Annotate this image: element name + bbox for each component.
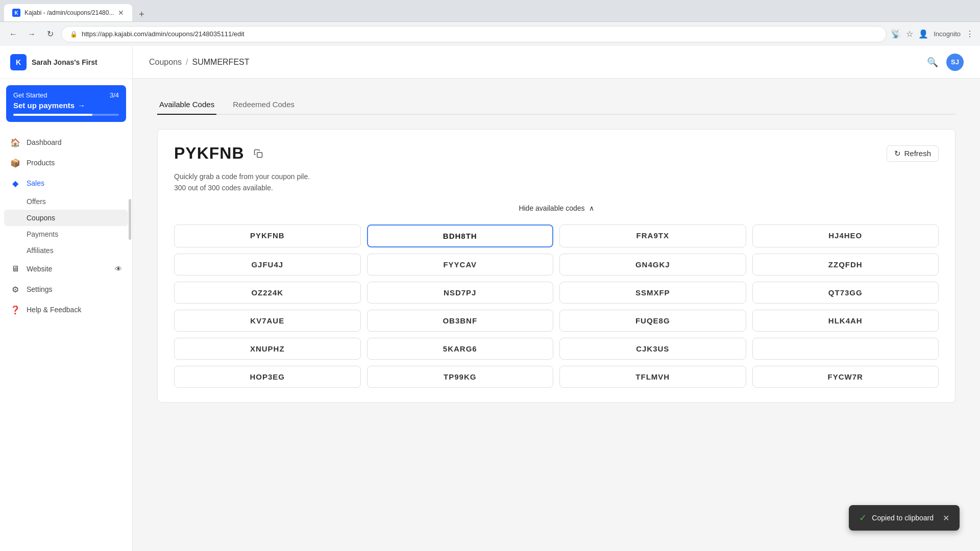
code-panel: PYKFNB ↻ Refresh Quickly xyxy=(157,129,955,403)
sidebar-item-dashboard-label: Dashboard xyxy=(27,138,62,146)
code-chip-hop3eg[interactable]: HOP3EG xyxy=(174,366,361,388)
description-line2: 300 out of 300 codes available. xyxy=(174,182,939,193)
svg-rect-0 xyxy=(257,152,262,157)
browser-tabs: K Kajabi - /admin/coupons/21480... ✕ + xyxy=(0,0,980,21)
code-chip-gjfu4j[interactable]: GJFU4J xyxy=(174,254,361,276)
profile-icon[interactable]: 👤 xyxy=(918,29,928,39)
tabs: Available Codes Redeemed Codes xyxy=(157,95,955,115)
sidebar-item-payments[interactable]: Payments xyxy=(0,226,132,242)
copy-icon xyxy=(254,149,263,158)
topbar: Coupons / SUMMERFEST 🔍 SJ xyxy=(133,46,980,79)
sidebar-item-products[interactable]: 📦 Products xyxy=(0,153,132,173)
tab-close-button[interactable]: ✕ xyxy=(118,9,124,17)
code-chip-fyycav[interactable]: FYYCAV xyxy=(367,254,554,276)
progress-bar xyxy=(13,114,119,116)
code-chip-ob3bnf[interactable]: OB3BNF xyxy=(367,310,554,332)
payments-label: Payments xyxy=(27,230,58,238)
products-icon: 📦 xyxy=(10,158,20,168)
back-button[interactable]: ← xyxy=(6,27,20,41)
home-icon: 🏠 xyxy=(10,137,20,147)
lock-icon: 🔒 xyxy=(70,31,78,38)
code-chip-empty xyxy=(752,338,939,360)
tab-redeemed-codes[interactable]: Redeemed Codes xyxy=(231,95,297,115)
code-chip-nsd7pj[interactable]: NSD7PJ xyxy=(367,282,554,304)
code-chip-qt73gg[interactable]: QT73GG xyxy=(752,282,939,304)
website-visibility-icon: 👁 xyxy=(115,265,122,273)
refresh-button[interactable]: ↻ Refresh xyxy=(887,145,939,162)
browser-tab-active[interactable]: K Kajabi - /admin/coupons/21480... ✕ xyxy=(4,4,132,21)
incognito-label: Incognito xyxy=(934,30,961,38)
new-tab-button[interactable]: + xyxy=(134,7,149,21)
chevron-up-icon: ∧ xyxy=(589,204,594,212)
breadcrumb-separator: / xyxy=(186,58,188,67)
sidebar-item-affiliates[interactable]: Affiliates xyxy=(0,242,132,259)
sidebar-item-sales[interactable]: ◆ Sales xyxy=(0,173,132,193)
code-chip-5karg6[interactable]: 5KARG6 xyxy=(367,338,554,360)
help-icon: ❓ xyxy=(10,305,20,315)
sidebar-header: K Sarah Jonas's First xyxy=(0,46,132,79)
toast-check-icon: ✓ xyxy=(859,512,867,523)
codes-grid: PYKFNB BDH8TH FRA9TX HJ4HEO GJFU4J FYYCA… xyxy=(174,224,939,388)
code-chip-fuqe8g[interactable]: FUQE8G xyxy=(559,310,746,332)
code-chip-kv7aue[interactable]: KV7AUE xyxy=(174,310,361,332)
code-chip-fra9tx[interactable]: FRA9TX xyxy=(559,224,746,247)
bookmark-icon[interactable]: ☆ xyxy=(906,29,913,39)
code-chip-xnuphz[interactable]: XNUPHZ xyxy=(174,338,361,360)
copy-code-button[interactable] xyxy=(251,146,266,161)
code-chip-ssmxfp[interactable]: SSMXFP xyxy=(559,282,746,304)
app-layout: K Sarah Jonas's First Get Started 3/4 Se… xyxy=(0,46,980,551)
sidebar-item-sales-label: Sales xyxy=(27,179,44,187)
progress-fill xyxy=(13,114,92,116)
get-started-banner[interactable]: Get Started 3/4 Set up payments → xyxy=(6,85,126,122)
hide-codes-toggle[interactable]: Hide available codes ∧ xyxy=(174,204,939,212)
reload-button[interactable]: ↻ xyxy=(43,27,57,41)
sidebar: K Sarah Jonas's First Get Started 3/4 Se… xyxy=(0,46,133,551)
code-chip-hlk4ah[interactable]: HLK4AH xyxy=(752,310,939,332)
code-chip-tp99kg[interactable]: TP99KG xyxy=(367,366,554,388)
forward-button[interactable]: → xyxy=(24,27,39,41)
tab-title: Kajabi - /admin/coupons/21480... xyxy=(24,9,114,16)
search-button[interactable]: 🔍 xyxy=(927,57,938,68)
tab-available-codes[interactable]: Available Codes xyxy=(157,95,216,115)
sidebar-nav: 🏠 Dashboard 📦 Products ◆ Sales Offers Co… xyxy=(0,128,132,541)
code-header: PYKFNB ↻ Refresh xyxy=(174,144,939,163)
sidebar-item-help[interactable]: ❓ Help & Feedback xyxy=(0,299,132,320)
sidebar-item-dashboard[interactable]: 🏠 Dashboard xyxy=(0,132,132,153)
coupons-label: Coupons xyxy=(27,214,55,222)
code-chip-gn4gkj[interactable]: GN4GKJ xyxy=(559,254,746,276)
code-chip-oz224k[interactable]: OZ224K xyxy=(174,282,361,304)
refresh-icon: ↻ xyxy=(894,149,901,158)
browser-toolbar-icons: 📡 ☆ 👤 Incognito ⋮ xyxy=(891,29,974,39)
code-chip-zzqfdh[interactable]: ZZQFDH xyxy=(752,254,939,276)
main-code-text: PYKFNB xyxy=(174,144,244,163)
affiliates-label: Affiliates xyxy=(27,246,54,255)
get-started-progress: 3/4 xyxy=(110,91,119,99)
toast-close-button[interactable]: ✕ xyxy=(943,513,949,523)
browser-chrome: K Kajabi - /admin/coupons/21480... ✕ + ←… xyxy=(0,0,980,46)
code-chip-bdh8th[interactable]: BDH8TH xyxy=(367,224,554,247)
cast-icon[interactable]: 📡 xyxy=(891,29,901,39)
address-bar[interactable]: 🔒 https://app.kajabi.com/admin/coupons/2… xyxy=(61,26,887,42)
sidebar-item-website-label: Website xyxy=(27,265,52,273)
sidebar-item-settings[interactable]: ⚙ Settings xyxy=(0,279,132,299)
user-avatar[interactable]: SJ xyxy=(946,54,964,71)
menu-icon[interactable]: ⋮ xyxy=(966,29,974,39)
code-chip-fycw7r[interactable]: FYCW7R xyxy=(752,366,939,388)
code-display: PYKFNB xyxy=(174,144,266,163)
sidebar-logo: K xyxy=(10,54,27,70)
sidebar-item-offers[interactable]: Offers xyxy=(0,193,132,210)
sales-submenu: Offers Coupons Payments Affiliates xyxy=(0,193,132,259)
url-text: https://app.kajabi.com/admin/coupons/214… xyxy=(82,30,244,38)
sidebar-item-coupons[interactable]: Coupons xyxy=(4,210,128,226)
code-chip-pykfnb[interactable]: PYKFNB xyxy=(174,224,361,247)
website-icon: 🖥 xyxy=(10,264,20,274)
code-chip-tflmvh[interactable]: TFLMVH xyxy=(559,366,746,388)
get-started-label: Get Started xyxy=(13,91,47,99)
code-chip-hj4heo[interactable]: HJ4HEO xyxy=(752,224,939,247)
breadcrumb-coupons-link[interactable]: Coupons xyxy=(149,58,182,67)
toast-message: Copied to clipboard xyxy=(872,514,934,522)
sidebar-item-website[interactable]: 🖥 Website 👁 xyxy=(0,259,132,279)
code-chip-cjk3us[interactable]: CJK3US xyxy=(559,338,746,360)
get-started-top: Get Started 3/4 xyxy=(13,91,119,99)
browser-controls: ← → ↻ 🔒 https://app.kajabi.com/admin/cou… xyxy=(0,21,980,46)
